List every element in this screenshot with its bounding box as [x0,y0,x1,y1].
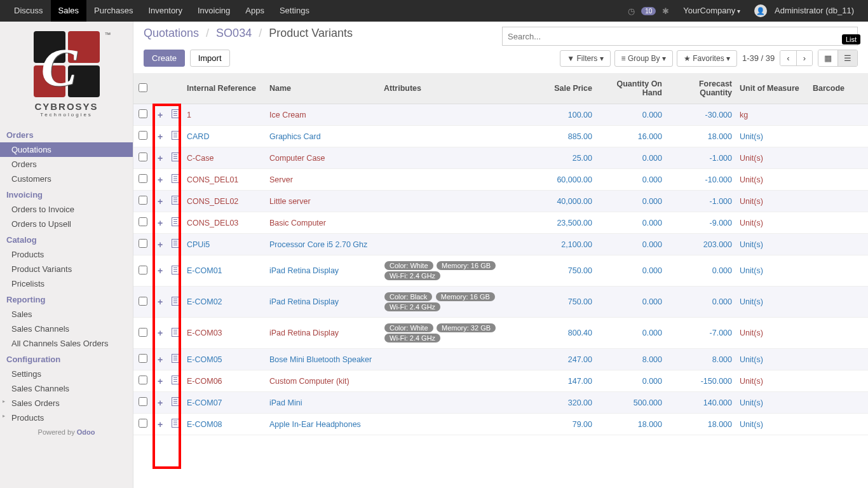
row-checkbox[interactable] [139,376,147,384]
detail-icon[interactable] [168,287,183,318]
topnav-item-apps[interactable]: Apps [238,0,272,22]
table-row[interactable]: +E-COM07iPad Mini320.00500.000140.000Uni… [133,392,868,414]
expand-icon[interactable]: + [153,212,168,234]
create-button[interactable]: Create [144,50,185,67]
menu-item-sales[interactable]: Sales [0,307,133,322]
detail-icon[interactable] [168,414,183,435]
detail-icon[interactable] [168,392,183,414]
menu-item-all-channels-sales-orders[interactable]: All Channels Sales Orders [0,336,133,351]
row-checkbox[interactable] [139,328,147,337]
topnav-item-invoicing[interactable]: Invoicing [190,0,238,22]
col-qty-on-hand[interactable]: Quantity On Hand [596,73,666,104]
row-checkbox[interactable] [139,196,147,205]
menu-item-settings[interactable]: Settings [0,367,133,381]
user-dropdown[interactable]: Administrator (db_11) [773,0,862,22]
breadcrumb-order[interactable]: SO034 [216,27,252,39]
expand-icon[interactable]: + [153,126,168,147]
expand-icon[interactable]: + [153,318,168,349]
table-row[interactable]: +E-COM01iPad Retina DisplayColor: White … [133,255,868,287]
clock-icon[interactable]: ◷ [628,6,635,16]
col-barcode[interactable]: Barcode [809,73,868,104]
table-row[interactable]: +CONS_DEL02Little server40,000.000.000-1… [133,191,868,212]
row-checkbox[interactable] [139,131,147,140]
topnav-item-purchases[interactable]: Purchases [86,0,140,22]
detail-icon[interactable] [168,169,183,191]
row-checkbox[interactable] [139,152,147,161]
menu-item-sales-channels[interactable]: Sales Channels [0,322,133,336]
expand-icon[interactable]: + [153,392,168,414]
menu-item-sales-orders[interactable]: Sales Orders [0,396,133,410]
table-row[interactable]: +E-COM08Apple In-Ear Headphones79.0018.0… [133,414,868,435]
row-checkbox[interactable] [139,419,147,428]
row-checkbox[interactable] [139,217,147,226]
topnav-item-sales[interactable]: Sales [51,0,87,22]
row-checkbox[interactable] [139,397,147,406]
search-input[interactable] [502,27,858,46]
filters-dropdown[interactable]: ▼ Filters ▾ [560,50,610,67]
expand-icon[interactable]: + [153,370,168,392]
menu-item-orders[interactable]: Orders [0,157,133,172]
detail-icon[interactable] [168,147,183,169]
topnav-item-discuss[interactable]: Discuss [6,0,51,22]
detail-icon[interactable] [168,349,183,370]
col-uom[interactable]: Unit of Measure [736,73,809,104]
menu-item-products[interactable]: Products [0,247,133,262]
menu-item-quotations[interactable]: Quotations [0,142,133,157]
expand-icon[interactable]: + [153,191,168,212]
table-row[interactable]: +CARDGraphics Card885.0016.00018.000Unit… [133,126,868,147]
favorites-dropdown[interactable]: ★ Favorites ▾ [677,50,737,67]
detail-icon[interactable] [168,318,183,349]
message-badge[interactable]: 10 [641,7,656,15]
menu-item-products[interactable]: Products [0,410,133,425]
kanban-view-button[interactable]: ▦ [818,50,838,66]
expand-icon[interactable]: + [153,287,168,318]
pager-prev-button[interactable]: ‹ [780,51,796,65]
row-checkbox[interactable] [139,266,147,274]
powered-brand[interactable]: Odoo [77,428,95,436]
table-row[interactable]: +C-CaseComputer Case25.000.000-1.000Unit… [133,147,868,169]
row-checkbox[interactable] [139,239,147,248]
bug-icon[interactable]: ✱ [662,6,669,16]
col-forecast-qty[interactable]: Forecast Quantity [666,73,736,104]
detail-icon[interactable] [168,234,183,255]
topnav-item-inventory[interactable]: Inventory [140,0,189,22]
table-row[interactable]: +CONS_DEL03Basic Computer23,500.000.000-… [133,212,868,234]
table-row[interactable]: +E-COM02iPad Retina DisplayColor: Black … [133,287,868,318]
col-name[interactable]: Name [266,73,380,104]
col-sale-price[interactable]: Sale Price [545,73,596,104]
detail-icon[interactable] [168,191,183,212]
menu-item-pricelists[interactable]: Pricelists [0,276,133,291]
col-internal-reference[interactable]: Internal Reference [183,73,266,104]
menu-item-orders-to-invoice[interactable]: Orders to Invoice [0,202,133,217]
expand-icon[interactable]: + [153,147,168,169]
import-button[interactable]: Import [190,50,230,67]
table-row[interactable]: +E-COM05Bose Mini Bluetooth Speaker247.0… [133,349,868,370]
table-row[interactable]: +CPUi5Processor Core i5 2.70 Ghz2,100.00… [133,234,868,255]
detail-icon[interactable] [168,255,183,287]
table-row[interactable]: +E-COM06Custom Computer (kit)147.000.000… [133,370,868,392]
search-field[interactable] [508,32,852,41]
pager-range[interactable]: 1-39 / 39 [742,53,775,63]
expand-icon[interactable]: + [153,234,168,255]
detail-icon[interactable] [168,126,183,147]
expand-icon[interactable]: + [153,255,168,287]
expand-icon[interactable]: + [153,169,168,191]
detail-icon[interactable] [168,104,183,126]
groupby-dropdown[interactable]: ≡ Group By ▾ [614,50,673,67]
company-dropdown[interactable]: YourCompany [675,0,748,22]
menu-item-orders-to-upsell[interactable]: Orders to Upsell [0,217,133,231]
detail-icon[interactable] [168,370,183,392]
select-all-checkbox[interactable] [139,83,147,92]
detail-icon[interactable] [168,212,183,234]
breadcrumb-quotations[interactable]: Quotations [144,27,199,39]
expand-icon[interactable]: + [153,104,168,126]
row-checkbox[interactable] [139,109,147,118]
list-view-button[interactable]: ☰ [838,50,857,66]
row-checkbox[interactable] [139,174,147,183]
table-row[interactable]: +1Ice Cream100.000.000-30.000kg [133,104,868,126]
menu-item-customers[interactable]: Customers [0,172,133,186]
expand-icon[interactable]: + [153,414,168,435]
pager-next-button[interactable]: › [797,51,812,65]
menu-item-product-variants[interactable]: Product Variants [0,262,133,276]
menu-item-sales-channels[interactable]: Sales Channels [0,381,133,396]
